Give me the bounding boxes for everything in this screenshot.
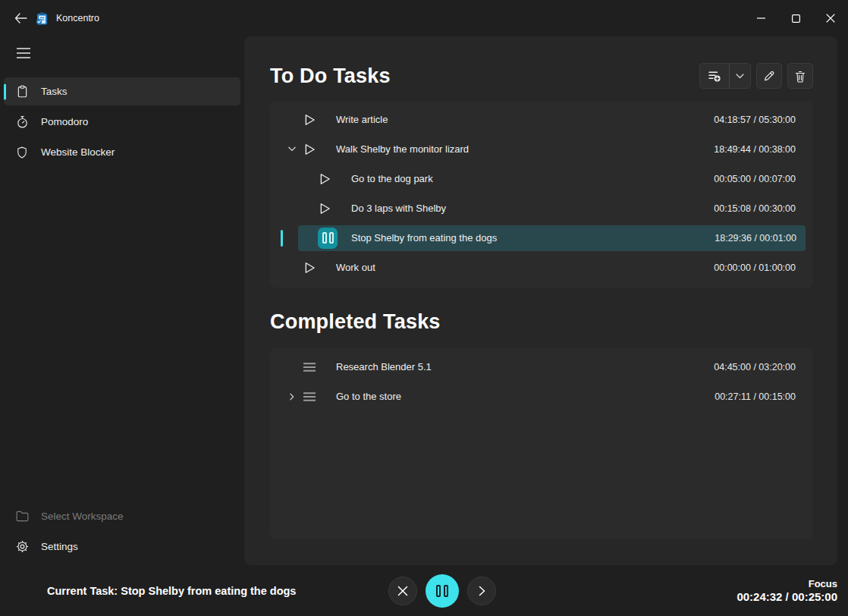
task-time: 00:05:00 / 00:07:00: [714, 174, 796, 184]
add-task-button[interactable]: [700, 64, 730, 88]
add-task-dropdown-button[interactable]: [730, 64, 750, 88]
session-timer: 00:24:32 / 00:25:00: [737, 589, 837, 604]
window-controls: [743, 0, 848, 36]
session-info: Focus 00:24:32 / 00:25:00: [737, 577, 837, 604]
chevron-right-icon: [479, 586, 485, 596]
sidebar-footer: Select Workspace Settings: [0, 502, 244, 561]
pause-icon: [322, 232, 327, 244]
menu-toggle-button[interactable]: [11, 41, 36, 65]
sidebar-item-label: Pomodoro: [41, 116, 88, 127]
sidebar-item-label: Tasks: [41, 86, 68, 97]
gear-icon: [14, 539, 30, 554]
completed-task-row[interactable]: Go to the store 00:27:11 / 00:15:00: [270, 382, 813, 411]
hamburger-icon: [17, 48, 30, 58]
edit-task-button[interactable]: [756, 63, 782, 89]
timer-controls: [388, 574, 496, 608]
titlebar: Koncentro: [0, 0, 848, 36]
sidebar-item-settings[interactable]: Settings: [4, 533, 240, 561]
todo-title: To Do Tasks: [270, 64, 391, 88]
pause-task-button[interactable]: [318, 228, 338, 249]
todo-header: To Do Tasks: [270, 59, 813, 93]
task-title: Go to the dog park: [351, 173, 433, 184]
app-logo-icon: [35, 11, 49, 26]
play-icon: [316, 173, 334, 185]
close-button[interactable]: [813, 0, 848, 36]
pause-resume-button[interactable]: [426, 574, 459, 608]
task-time: 00:15:08 / 00:30:00: [714, 203, 796, 214]
pause-icon: [329, 232, 334, 244]
pause-icon: [436, 585, 441, 597]
bottom-bar: Current Task: Stop Shelby from eating th…: [0, 565, 848, 616]
task-time: 18:29:36 / 00:01:00: [715, 233, 796, 244]
task-title: Go to the store: [336, 391, 401, 402]
maximize-button[interactable]: [778, 0, 813, 36]
minimize-icon: [757, 17, 765, 19]
sidebar-item-pomodoro[interactable]: Pomodoro: [4, 108, 240, 136]
task-row[interactable]: Walk Shelby the monitor lizard 18:49:44 …: [270, 134, 813, 164]
add-task-icon: [708, 69, 721, 83]
task-time: 00:27:11 / 00:15:00: [715, 391, 796, 402]
minimize-button[interactable]: [743, 0, 778, 36]
play-icon: [316, 203, 334, 215]
subtask-row[interactable]: Do 3 laps with Shelby 00:15:08 / 00:30:0…: [270, 193, 813, 223]
clipboard-icon: [14, 84, 30, 99]
selection-indicator: [4, 83, 6, 99]
play-icon: [300, 143, 319, 156]
app-window: Koncentro: [0, 0, 848, 616]
task-time: 04:45:00 / 03:20:00: [714, 362, 796, 372]
active-task-row[interactable]: Stop Shelby from eating the dogs 18:29:3…: [298, 225, 806, 251]
add-task-split-button: [699, 63, 751, 89]
task-toolbar: [699, 63, 813, 89]
task-title: Stop Shelby from eating the dogs: [351, 232, 497, 244]
current-task-label: Current Task: Stop Shelby from eating th…: [47, 585, 296, 597]
list-lines-icon: [300, 363, 319, 372]
completed-task-list: Research Blender 5.1 04:45:00 / 03:20:00…: [270, 348, 813, 539]
task-row[interactable]: Write article 04:18:57 / 05:30:00: [270, 105, 813, 134]
sidebar-item-tasks[interactable]: Tasks: [4, 77, 240, 105]
active-task-container: Stop Shelby from eating the dogs 18:29:3…: [270, 223, 813, 253]
task-row[interactable]: Work out 00:00:00 / 01:00:00: [270, 253, 813, 282]
play-icon: [300, 262, 319, 274]
chevron-down-icon: [288, 146, 296, 152]
todo-task-list: Write article 04:18:57 / 05:30:00 Walk S…: [270, 101, 813, 288]
sidebar-item-website-blocker[interactable]: Website Blocker: [4, 138, 240, 166]
pencil-icon: [763, 70, 776, 83]
shield-icon: [14, 145, 30, 160]
trash-icon: [794, 70, 806, 83]
close-icon: [826, 14, 835, 23]
play-icon: [300, 114, 319, 126]
task-title: Do 3 laps with Shelby: [351, 203, 446, 214]
sidebar-item-label: Website Blocker: [41, 146, 115, 158]
app-title: Koncentro: [56, 13, 99, 24]
collapse-button[interactable]: [284, 146, 300, 152]
session-mode-label: Focus: [737, 577, 837, 589]
arrow-left-icon: [14, 13, 27, 24]
back-button[interactable]: [9, 7, 32, 30]
task-title: Write article: [336, 114, 388, 125]
completed-task-row[interactable]: Research Blender 5.1 04:45:00 / 03:20:00: [270, 352, 813, 382]
chevron-right-icon: [290, 393, 294, 401]
task-time: 00:00:00 / 01:00:00: [714, 262, 796, 273]
chevron-down-icon: [736, 74, 744, 79]
skip-button[interactable]: [467, 577, 496, 605]
task-time: 04:18:57 / 05:30:00: [714, 115, 796, 125]
delete-task-button[interactable]: [787, 63, 813, 89]
close-icon: [397, 586, 408, 596]
main-panel: To Do Tasks: [244, 36, 837, 565]
expand-button[interactable]: [284, 393, 300, 401]
task-title: Research Blender 5.1: [336, 361, 432, 372]
active-task-indicator: [281, 230, 283, 247]
stopwatch-icon: [14, 115, 30, 130]
stop-button[interactable]: [388, 577, 417, 605]
maximize-icon: [792, 14, 800, 23]
folder-icon: [14, 510, 30, 523]
task-title: Walk Shelby the monitor lizard: [336, 143, 469, 155]
sidebar-nav: Tasks Pomodoro Website Blocker: [0, 77, 244, 166]
pause-icon: [444, 585, 448, 597]
list-lines-icon: [300, 392, 319, 401]
subtask-row[interactable]: Go to the dog park 00:05:00 / 00:07:00: [270, 164, 813, 193]
sidebar-item-label: Select Workspace: [41, 511, 124, 522]
sidebar-item-select-workspace[interactable]: Select Workspace: [4, 502, 240, 530]
task-title: Work out: [336, 262, 375, 273]
sidebar: Tasks Pomodoro Website Blocker Select: [0, 36, 244, 565]
